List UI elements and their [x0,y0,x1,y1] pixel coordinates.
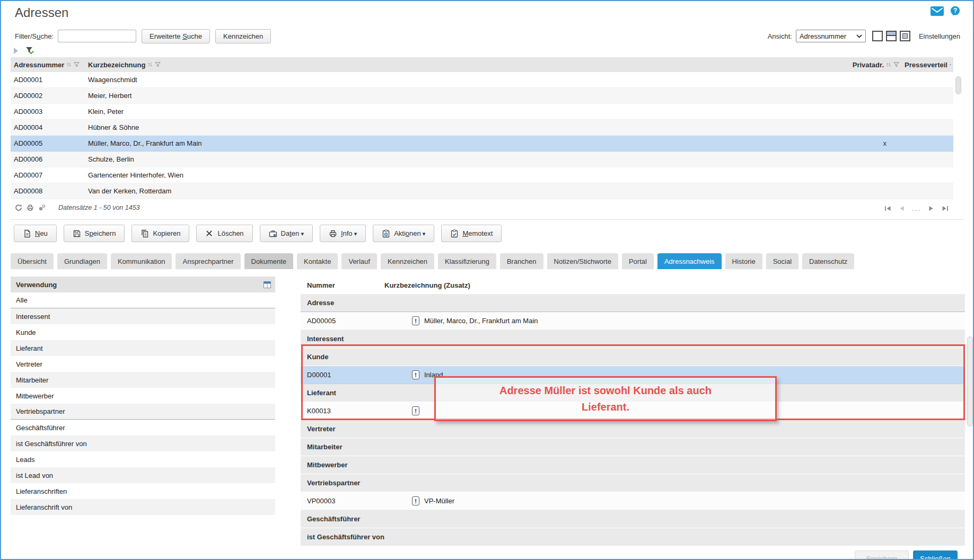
tab[interactable]: Branchen [500,253,543,269]
tab[interactable]: Verlauf [341,253,376,269]
next-page-icon[interactable] [928,206,934,212]
tab[interactable]: Notizen/Stichworte [547,253,618,269]
column-header-kurzbezeichnung[interactable]: Kurzbezeichnung [85,61,840,69]
tab[interactable]: Portal [622,253,654,269]
table-row[interactable]: AD00003 Klein, Peter [11,104,953,120]
tab[interactable]: Social [766,253,798,269]
column-header-presseverteil[interactable]: Presseverteil [901,61,953,69]
detail-cell-nummer: K00013 [307,407,384,415]
toolbar-button[interactable]: Löschen [196,225,252,242]
table-row[interactable]: AD00006 Schulze, Berlin [11,152,953,167]
detail-data-row[interactable]: VP00003 VP-Müller [301,492,965,510]
cell-adressnummer: AD00008 [11,187,85,195]
usage-list-item[interactable]: Interessent [11,308,275,324]
filter-button[interactable]: Erweiterte Suche [142,29,210,43]
usage-list-item[interactable]: Lieferanschriften [11,483,275,499]
table-row[interactable]: AD00004 Hübner & Söhne [11,120,953,136]
export-icon[interactable] [38,204,46,211]
tab[interactable]: Historie [725,253,762,269]
tab[interactable]: Übersicht [11,253,54,269]
detail-section-row: Mitarbeiter [301,438,965,456]
table-row[interactable]: AD00001 Waagenschmidt [11,72,953,88]
toolbar-button[interactable]: Kopieren [131,225,189,242]
usage-list-item[interactable]: Mitbewerber [11,388,275,404]
filter-active-icon[interactable] [25,47,34,55]
toolbar-button[interactable]: Speichern [64,225,125,242]
toolbar-button[interactable]: Info [320,225,366,242]
refresh-icon[interactable] [15,204,22,211]
filter-funnel-icon[interactable] [155,62,161,67]
adressen-window: Adressen ? Filter/Suche: Erweiterte Such… [0,0,974,560]
tab[interactable]: Dokumente [244,253,293,269]
settings-link[interactable]: Einstellungen [919,32,960,40]
exclamation-badge-icon[interactable] [412,316,419,325]
usage-list-item[interactable]: Vertriebspartner [11,404,275,420]
detail-data-row[interactable]: AD00005 Müller, Marco, Dr., Frankfurt am… [301,312,965,330]
save-button[interactable]: Speichern [855,550,909,560]
column-header-adressnummer[interactable]: Adressnummer [11,61,85,69]
page-ellipsis[interactable]: ... [912,206,921,211]
tab[interactable]: Datenschutz [802,253,854,269]
sort-icon[interactable] [147,61,153,68]
column-header-privatadr[interactable]: Privatadr. [840,61,901,69]
usage-list-item[interactable]: ist Geschäftsführer von [11,435,275,451]
usage-list-item[interactable]: Lieferant [11,340,275,356]
exclamation-badge-icon[interactable] [412,370,419,379]
filter-button[interactable]: Kennzeichen [215,29,271,43]
detail-data-row[interactable]: K00013 [301,402,965,420]
usage-list-item[interactable]: Kunde [11,324,275,340]
table-row[interactable]: AD00007 Gartencenter Hinterhofer, Wien [11,167,953,183]
tab[interactable]: Kennzeichen [381,253,434,269]
view-mode-split-icon[interactable] [886,31,897,41]
sort-icon[interactable] [886,61,891,68]
tab[interactable]: Adressnachweis [657,253,722,269]
toolbar-button[interactable]: Daten [260,225,313,242]
tab[interactable]: Grundlagen [57,253,107,269]
chevron-down-icon [856,34,862,38]
filter-funnel-icon[interactable] [893,62,899,67]
exclamation-badge-icon[interactable] [412,496,419,505]
usage-list-item[interactable]: Vertreter [11,356,275,372]
view-select[interactable]: Adressnummer [796,30,866,42]
table-row[interactable]: AD00002 Meier, Herbert [11,88,953,104]
toolbar-button[interactable]: Neu [14,225,57,242]
tab[interactable]: Kommunikation [111,253,172,269]
detail-cell-kurzbezeichnung: Inland [424,371,443,379]
table-row[interactable]: AD00005 Müller, Marco, Dr., Frankfurt am… [11,136,953,152]
usage-list-item[interactable]: Lieferanschrift von [11,499,275,515]
view-mode-list-icon[interactable] [872,31,883,41]
sort-icon[interactable] [66,61,72,68]
detail-panel-scrollbar[interactable] [967,336,973,426]
tab[interactable]: Kontakte [297,253,338,269]
section-separator [11,219,963,220]
usage-list-item[interactable]: ist Lead von [11,467,275,483]
first-page-icon[interactable] [884,206,891,212]
close-button[interactable]: Schließen [913,550,958,560]
filter-search-input[interactable] [58,30,136,42]
filter-funnel-icon[interactable] [74,62,80,67]
usage-list-item[interactable]: Mitarbeiter [11,372,275,388]
usage-list-item[interactable]: Alle [11,292,275,308]
detail-data-row[interactable]: D00001 Inland [301,366,965,384]
toolbar-button[interactable]: Memotext [441,225,502,242]
table-column-icon[interactable] [264,281,271,288]
mail-icon[interactable] [931,6,944,16]
usage-list-item[interactable]: Leads [11,451,275,467]
view-mode-detail-icon[interactable] [900,31,910,41]
print-icon[interactable] [27,204,34,211]
prev-page-icon[interactable] [899,206,905,212]
cell-adressnummer: AD00006 [11,155,85,163]
address-table-scrollbar[interactable] [955,76,961,94]
table-column-icon [950,61,951,68]
tab[interactable]: Ansprechpartner [176,253,240,269]
usage-list-item[interactable]: Geschäftsführer [11,420,275,435]
expand-arrow-icon[interactable] [14,48,18,54]
exclamation-badge-icon[interactable] [412,406,419,415]
last-page-icon[interactable] [942,206,949,212]
tab[interactable]: Klassifizierung [438,253,496,269]
table-row[interactable]: AD00008 Van der Kerken, Rotterdam [11,183,953,199]
toolbar-button[interactable]: Aktionen [373,225,434,242]
detail-section-row: Vertreter [301,420,965,438]
toolbar-button-icon [141,229,149,238]
help-icon[interactable]: ? [950,6,960,16]
